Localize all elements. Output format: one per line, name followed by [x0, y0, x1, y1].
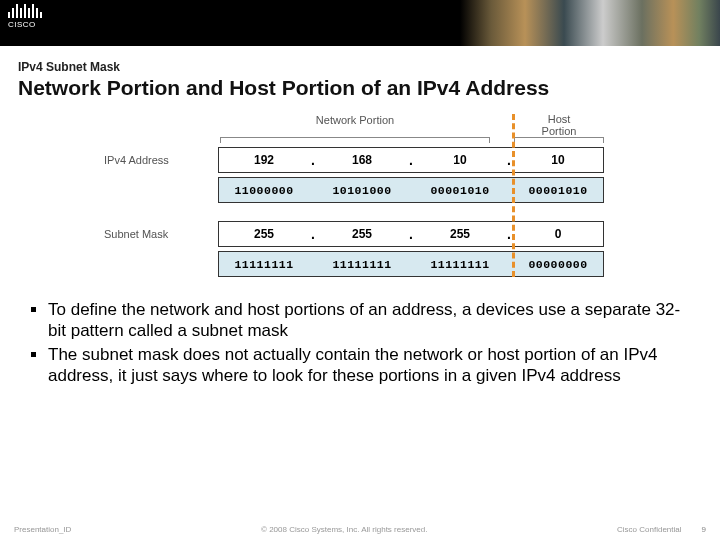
dot: . — [407, 222, 415, 246]
host-portion-label: Host Portion — [514, 114, 604, 137]
mask-decimal-row: Subnet Mask 255 . 255 . 255 . 0 — [100, 221, 620, 247]
mask-bin-4: 00000000 — [513, 252, 603, 276]
slide-footer: Presentation_ID © 2008 Cisco Systems, In… — [0, 525, 720, 534]
cisco-logo: CISCO — [0, 0, 50, 33]
mask-oct-1: 255 — [219, 222, 309, 246]
mask-bin-3: 11111111 — [415, 252, 505, 276]
copyright: © 2008 Cisco Systems, Inc. All rights re… — [71, 525, 617, 534]
ip-oct-2: 168 — [317, 148, 407, 172]
ip-oct-1: 192 — [219, 148, 309, 172]
page-title: Network Portion and Host Portion of an I… — [0, 76, 720, 110]
cisco-logo-text: CISCO — [8, 20, 42, 29]
ip-bin-3: 00001010 — [415, 178, 505, 202]
mask-bin-1: 11111111 — [219, 252, 309, 276]
bullet-2: The subnet mask does not actually contai… — [48, 344, 690, 387]
ip-bin-2: 10101000 — [317, 178, 407, 202]
network-portion-label: Network Portion — [220, 114, 490, 137]
network-host-divider — [512, 114, 515, 277]
dot: . — [309, 222, 317, 246]
dot: . — [309, 148, 317, 172]
subnet-mask-label: Subnet Mask — [100, 228, 218, 240]
ipv4-address-label: IPv4 Address — [100, 154, 218, 166]
ip-oct-4: 10 — [513, 148, 603, 172]
ip-bin-4: 00001010 — [513, 178, 603, 202]
header-photo-strip — [460, 0, 720, 46]
section-label: IPv4 Subnet Mask — [0, 46, 720, 76]
ip-bin-1: 11000000 — [219, 178, 309, 202]
bullet-1: To define the network and host portions … — [48, 299, 690, 342]
ipv4-binary-row: 11000000 10101000 00001010 00001010 — [100, 177, 620, 203]
mask-binary-row: 11111111 11111111 11111111 00000000 — [100, 251, 620, 277]
ipv4-decimal-row: IPv4 Address 192 . 168 . 10 . 10 — [100, 147, 620, 173]
cisco-logo-bars-icon — [8, 4, 42, 18]
portion-brace — [220, 137, 620, 145]
dot: . — [407, 148, 415, 172]
page-number: 9 — [702, 525, 706, 534]
bullet-list: To define the network and host portions … — [0, 281, 720, 386]
ip-oct-3: 10 — [415, 148, 505, 172]
slide-header: CISCO — [0, 0, 720, 46]
mask-oct-4: 0 — [513, 222, 603, 246]
mask-oct-3: 255 — [415, 222, 505, 246]
mask-bin-2: 11111111 — [317, 252, 407, 276]
mask-oct-2: 255 — [317, 222, 407, 246]
confidential-label: Cisco Confidential — [617, 525, 681, 534]
subnet-diagram: Network Portion Host Portion IPv4 Addres… — [100, 110, 620, 277]
presentation-id: Presentation_ID — [14, 525, 71, 534]
